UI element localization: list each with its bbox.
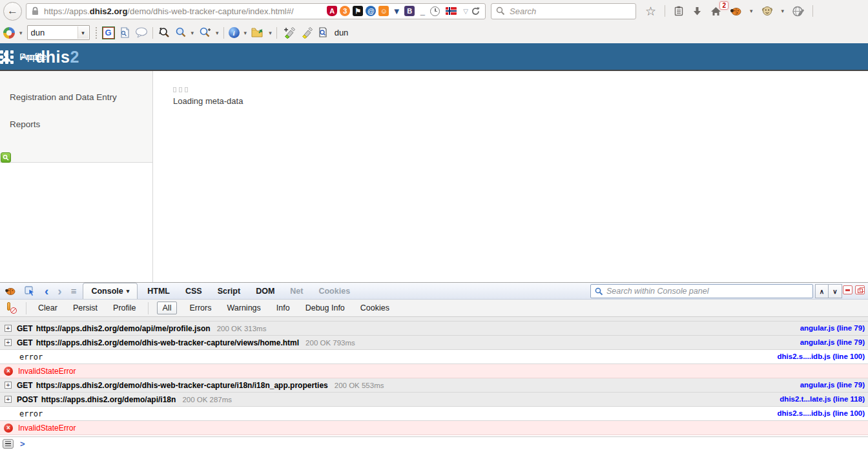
menu-button[interactable] — [822, 6, 834, 16]
google-toolbar-icon[interactable] — [3, 27, 15, 39]
zoom-icon[interactable] — [198, 27, 211, 39]
filter-icon[interactable]: ▼ — [391, 6, 402, 16]
console-row[interactable]: + GEThttps://apps.dhis2.org/demo/api/me/… — [0, 322, 868, 336]
console-row[interactable]: error dhis2.s....idb.js (line 100) — [0, 350, 868, 364]
sidebar-item[interactable]: Reports — [10, 119, 152, 129]
url-bar[interactable]: https://apps.dhis2.org/demo/dhis-web-tra… — [26, 3, 486, 19]
source-link[interactable]: dhis2.t...late.js (line 118) — [780, 395, 865, 403]
search-prev-button[interactable]: ∧ — [815, 284, 829, 298]
info-icon[interactable]: i — [229, 27, 240, 38]
console-action-button[interactable]: Profile — [105, 303, 143, 312]
quick-search-button[interactable] — [1, 152, 11, 163]
firebug-dropdown-icon[interactable]: ▾ — [750, 8, 753, 14]
console-row[interactable]: error dhis2.s....idb.js (line 100) — [0, 407, 868, 421]
break-on-errors-icon[interactable] — [5, 302, 17, 314]
firebug-tab[interactable]: Script — [210, 283, 248, 299]
console-filter-button[interactable]: All — [157, 302, 178, 314]
source-link[interactable]: dhis2.s....idb.js (line 100) — [778, 409, 865, 417]
expand-icon[interactable]: + — [5, 325, 12, 332]
console-action-button[interactable]: Persist — [65, 303, 105, 312]
firebug-icon[interactable] — [730, 6, 741, 15]
urlbar-dropdown-icon[interactable]: ▽ — [463, 8, 468, 15]
browser-search[interactable] — [491, 3, 636, 19]
console-filter-button[interactable]: Info — [269, 303, 298, 312]
history-back-icon[interactable]: ‹ — [40, 283, 53, 299]
page-edit-globe-icon[interactable] — [792, 6, 804, 17]
combo-dropdown-icon[interactable]: ▾ — [78, 26, 88, 39]
console-search-input[interactable] — [606, 287, 809, 296]
firebug-tab[interactable]: Console▾ — [83, 283, 138, 299]
source-link[interactable]: angular.js (line 79) — [800, 338, 865, 346]
expand-icon[interactable]: + — [5, 339, 12, 346]
jquery-icon[interactable]: @ — [366, 6, 376, 16]
custom-search-icon[interactable] — [318, 27, 328, 38]
toolbar-search-input[interactable] — [31, 28, 78, 37]
sidebar-item[interactable]: Registration and Data Entry — [10, 92, 152, 102]
home-button[interactable]: 2 — [710, 6, 721, 16]
bookmarks-menu-icon[interactable] — [674, 6, 684, 16]
divider — [276, 27, 277, 39]
console-filter-button[interactable]: Debug Info — [298, 303, 353, 312]
panel-list-icon[interactable]: ≡ — [67, 283, 81, 299]
find-dropdown-icon[interactable]: ▾ — [191, 30, 194, 36]
expand-icon[interactable]: + — [5, 382, 12, 389]
console-search[interactable] — [590, 284, 813, 298]
smiley-icon[interactable]: ☺ — [378, 6, 389, 16]
source-link[interactable]: angular.js (line 79) — [800, 324, 865, 332]
profile-menu-button[interactable]: Profile — [0, 43, 47, 70]
firebug-tab[interactable]: HTML — [140, 283, 178, 299]
firebug-tab[interactable]: Net — [282, 283, 311, 299]
toolbar-dropdown-icon[interactable]: ▾ — [19, 30, 23, 36]
firebug-tab[interactable]: DOM — [248, 283, 282, 299]
clock-icon[interactable] — [430, 6, 440, 16]
detach-firebug-button[interactable] — [855, 285, 865, 294]
comment-bubble-icon[interactable] — [135, 27, 148, 38]
console-row[interactable]: × InvalidStateError — [0, 421, 868, 435]
toolbar-search-combo[interactable]: ▾ — [27, 25, 90, 40]
firebug-tab[interactable]: Cookies — [311, 283, 358, 299]
highlighter-yellow-icon[interactable] — [300, 26, 313, 39]
info-dropdown-icon[interactable]: ▾ — [244, 30, 247, 36]
zoom-dropdown-icon[interactable]: ▾ — [216, 30, 219, 36]
angular-icon[interactable]: A — [327, 6, 337, 16]
command-editor-icon[interactable] — [3, 439, 14, 449]
console-action-button[interactable]: Clear — [30, 303, 65, 312]
find-icon[interactable] — [175, 27, 187, 39]
downloads-icon[interactable] — [692, 6, 702, 16]
firebug-menu-icon[interactable] — [0, 283, 20, 299]
bookmark-star-icon[interactable]: ☆ — [645, 5, 656, 17]
console-row[interactable]: + POSThttps://apps.dhis2.org/demo/api/i1… — [0, 393, 868, 407]
firebug-tab[interactable]: CSS — [178, 283, 210, 299]
addon-toolbar: ▾ ▾ G ▾ ▾ i ▾ ▾ dun — [0, 22, 868, 43]
folder-dropdown-icon[interactable]: ▾ — [269, 30, 272, 36]
bootstrap-icon[interactable]: B — [404, 6, 415, 16]
greasemonkey-dropdown-icon[interactable]: ▾ — [781, 8, 785, 14]
norway-flag-icon[interactable] — [446, 7, 457, 15]
page-search-icon[interactable] — [119, 27, 130, 38]
greasemonkey-icon[interactable] — [761, 6, 773, 16]
google-search-icon[interactable]: G — [103, 27, 114, 39]
console-filter-button[interactable]: Errors — [181, 303, 219, 312]
console-filter-button[interactable]: Warnings — [219, 303, 268, 312]
minimize-firebug-button[interactable] — [843, 285, 852, 294]
flag-icon[interactable]: ⚑ — [353, 6, 363, 16]
inspect-icon[interactable] — [20, 283, 40, 299]
console-filter-button[interactable]: Cookies — [353, 303, 397, 312]
expand-icon[interactable]: + — [5, 396, 12, 403]
source-link[interactable]: angular.js (line 79) — [800, 381, 865, 389]
reload-icon[interactable] — [471, 6, 480, 16]
search-input[interactable] — [510, 6, 631, 16]
highlighter-green-icon[interactable] — [282, 26, 296, 39]
underscore-icon[interactable]: _ — [417, 6, 428, 16]
console-row[interactable]: + GEThttps://apps.dhis2.org/demo/dhis-we… — [0, 378, 868, 393]
folder-arrow-icon[interactable] — [251, 27, 264, 38]
d3-icon[interactable]: 3 — [340, 6, 350, 16]
console-row[interactable]: × InvalidStateError — [0, 364, 868, 378]
highlight-all-icon[interactable] — [158, 27, 170, 39]
search-next-button[interactable]: ∨ — [829, 284, 842, 298]
console-row[interactable]: + GEThttps://apps.dhis2.org/demo/dhis-we… — [0, 336, 868, 350]
history-forward-icon[interactable]: › — [53, 283, 66, 299]
source-link[interactable]: dhis2.s....idb.js (line 100) — [778, 353, 865, 360]
back-button[interactable]: ← — [3, 2, 22, 21]
command-input[interactable] — [29, 439, 868, 448]
